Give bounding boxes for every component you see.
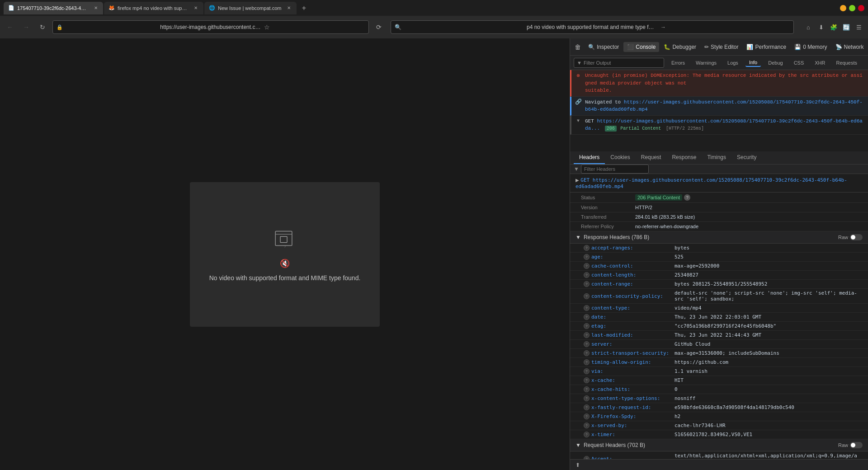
devtools-performance-button[interactable]: 📊 Performance: [743, 42, 790, 52]
extensions-icon[interactable]: 🧩: [828, 22, 839, 33]
network-tab-response[interactable]: Response: [666, 151, 702, 164]
raw-label: Raw: [838, 235, 848, 240]
header-info-icon[interactable]: ?: [584, 254, 590, 260]
header-info-icon[interactable]: ?: [584, 386, 590, 392]
forward-button[interactable]: →: [20, 21, 33, 33]
network-tab-security[interactable]: Security: [731, 151, 762, 164]
console-info-tab[interactable]: Info: [745, 59, 761, 67]
referrer-policy-value: no-referrer-when-downgrade: [635, 224, 698, 229]
tab-1[interactable]: 📄 175407710-39c2f6dc-2643-450f-b64b ✕: [4, 2, 103, 14]
request-headers-section-header[interactable]: ▼ Request Headers (702 B) Raw: [570, 439, 868, 451]
header-info-icon[interactable]: ?: [584, 368, 590, 374]
header-info-icon[interactable]: ?: [584, 332, 590, 338]
window-maximize-button[interactable]: [849, 5, 855, 11]
downloads-icon[interactable]: ⬇: [816, 22, 826, 33]
devtools-debugger-button[interactable]: 🐛 Debugger: [660, 42, 700, 52]
transferred-label: Transferred: [581, 214, 635, 220]
tab-icon-3: 🌐: [209, 5, 215, 11]
status-value: 206 Partial Content: [635, 195, 682, 200]
response-headers-section-title: Response Headers (786 B): [584, 234, 649, 240]
tab-close-3[interactable]: ✕: [286, 5, 292, 11]
devtools-console-button[interactable]: ⬛ Console: [623, 42, 659, 52]
network-tab-headers[interactable]: Headers: [574, 151, 605, 164]
console-xhr-tab[interactable]: XHR: [811, 59, 829, 66]
browser-chrome: 📄 175407710-39c2f6dc-2643-450f-b64b ✕ 🦊 …: [0, 0, 868, 38]
window-close-button[interactable]: [858, 5, 864, 11]
console-errors-tab[interactable]: Errors: [668, 59, 689, 66]
raw-toggle-switch[interactable]: [850, 234, 863, 240]
header-info-icon[interactable]: ?: [584, 350, 590, 356]
header-info-icon[interactable]: ?: [584, 281, 590, 287]
header-name: x-cache-hits:: [591, 386, 673, 392]
performance-label: Performance: [755, 44, 786, 50]
status-info-icon[interactable]: ?: [684, 194, 690, 201]
header-info-icon[interactable]: ?: [584, 245, 590, 251]
request-headers-list: ? Accept: text/html,application/xhtml+xm…: [570, 451, 868, 459]
console-navigate-message: 🔗 Navigated to https://user-images.githu…: [570, 97, 868, 116]
expand-icon[interactable]: ▶: [576, 178, 579, 183]
header-info-icon[interactable]: ?: [584, 377, 590, 383]
devtools-bottom-bar: ⬆: [570, 459, 868, 470]
refresh-button[interactable]: ↻: [36, 21, 49, 33]
header-info-icon[interactable]: ?: [584, 432, 590, 437]
header-name: content-type:: [591, 305, 673, 311]
header-info-icon[interactable]: ?: [584, 323, 590, 329]
response-header-row: ? last-modified: Thu, 23 Jun 2022 21:44:…: [570, 331, 868, 340]
console-css-tab[interactable]: CSS: [790, 59, 808, 66]
header-value: "cc705a196b8f299716f24fe45fb6048b": [675, 323, 776, 329]
console-requests-tab[interactable]: Requests: [833, 59, 861, 66]
devtools-memory-button[interactable]: 💾 0 Memory: [791, 42, 830, 52]
header-name: content-range:: [591, 281, 673, 287]
bookmark-icon[interactable]: ☆: [264, 24, 365, 31]
window-minimize-button[interactable]: [840, 5, 846, 11]
menu-icon[interactable]: ☰: [854, 22, 864, 33]
devtools-clear-button[interactable]: 🗑: [572, 42, 584, 52]
response-headers-list: ? accept-ranges: bytes ? age: 525 ? cach…: [570, 244, 868, 439]
header-info-icon[interactable]: ?: [584, 263, 590, 269]
devtools-inspector-button[interactable]: 🔍 Inspector: [585, 42, 623, 52]
headers-filter-input[interactable]: [581, 164, 649, 174]
header-info-icon[interactable]: ?: [584, 341, 590, 347]
address-bar[interactable]: 🔒 https://user-images.githubusercontent.…: [52, 20, 369, 34]
header-info-icon[interactable]: ?: [584, 423, 590, 428]
header-info-icon[interactable]: ?: [584, 404, 590, 410]
console-warnings-tab[interactable]: Warnings: [692, 59, 720, 66]
network-tab-cookies[interactable]: Cookies: [605, 151, 635, 164]
console-logs-tab[interactable]: Logs: [724, 59, 742, 66]
header-info-icon[interactable]: ?: [584, 305, 590, 311]
inspector-icon: 🔍: [588, 44, 595, 50]
search-bar[interactable]: 🔍 p4 no video with supported format and …: [391, 20, 794, 34]
raw-toggle-switch-req[interactable]: [850, 442, 863, 448]
tab-close-2[interactable]: ✕: [193, 5, 199, 11]
header-info-icon[interactable]: ?: [584, 456, 590, 460]
console-debug-tab[interactable]: Debug: [764, 59, 786, 66]
inspector-label: Inspector: [597, 44, 619, 50]
response-header-row: ? date: Thu, 23 Jun 2022 22:03:01 GMT: [570, 313, 868, 322]
header-name: Accept:: [591, 456, 673, 460]
new-tab-button[interactable]: +: [297, 2, 310, 14]
tab-2[interactable]: 🦊 firefox mp4 no video with supp... ✕: [104, 2, 203, 14]
response-headers-section-header[interactable]: ▼ Response Headers (786 B) Raw: [570, 231, 868, 244]
memory-label: 0 Memory: [803, 44, 827, 50]
header-info-icon[interactable]: ?: [584, 314, 590, 320]
devtools-network-button[interactable]: 📡 Network: [832, 42, 868, 52]
video-placeholder-icon: ?: [271, 226, 298, 253]
header-info-icon[interactable]: ?: [584, 414, 590, 419]
header-info-icon[interactable]: ?: [584, 395, 590, 401]
tab-close-1[interactable]: ✕: [93, 5, 99, 11]
sync-icon[interactable]: 🔄: [841, 22, 852, 33]
network-tab-timings[interactable]: Timings: [702, 151, 731, 164]
back-button[interactable]: ←: [4, 21, 16, 33]
tab-3[interactable]: 🌐 New Issue | webcompat.com ✕: [204, 2, 297, 14]
network-tab-request[interactable]: Request: [636, 151, 667, 164]
devtools-style-editor-button[interactable]: ✏ Style Editor: [701, 42, 742, 52]
filter-output-input[interactable]: ▼ Filter Output: [574, 58, 664, 68]
header-info-icon[interactable]: ?: [584, 272, 590, 278]
home-icon[interactable]: ⌂: [803, 22, 814, 33]
header-info-icon[interactable]: ?: [584, 359, 590, 365]
refresh-icon[interactable]: ⟳: [373, 21, 385, 33]
expand-devtools-button[interactable]: ⬆: [574, 461, 582, 469]
header-name: x-timer:: [591, 432, 673, 437]
header-info-icon[interactable]: ?: [584, 293, 590, 299]
header-value: 1.1 varnish: [675, 368, 708, 374]
